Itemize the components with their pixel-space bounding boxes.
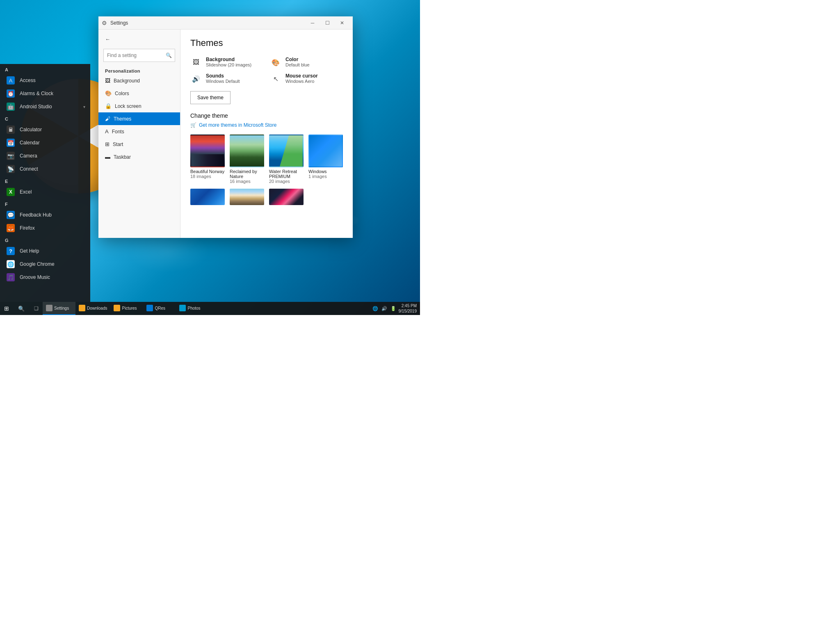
lock-screen-nav-icon: 🔒: [105, 103, 112, 109]
excel-label: Excel: [20, 189, 32, 195]
get-help-icon: ?: [7, 247, 15, 255]
personalization-section-label: Personalization: [98, 67, 180, 74]
taskbar-search-icon: 🔍: [18, 306, 25, 312]
theme-card-reclaimed[interactable]: Reclaimed by Nature 16 images: [230, 135, 264, 184]
battery-tray-icon: 🔋: [390, 306, 397, 311]
theme-card-flower[interactable]: [269, 189, 304, 205]
section-header-e: E: [0, 176, 90, 185]
chrome-label: Google Chrome: [20, 261, 55, 267]
task-view-button[interactable]: ❑: [30, 302, 43, 315]
nav-item-background[interactable]: 🖼 Background: [98, 74, 180, 87]
app-connect[interactable]: 📡 Connect: [0, 162, 90, 176]
taskbar-app-photos[interactable]: Photos: [176, 302, 209, 315]
windows-thumbnail: [308, 135, 343, 167]
nav-item-themes[interactable]: 🖌 Themes: [98, 112, 180, 125]
themes-nav-icon: 🖌: [105, 116, 110, 122]
color-icon: 🎨: [270, 57, 281, 68]
nav-item-taskbar[interactable]: ▬ Taskbar: [98, 151, 180, 163]
app-alarms-clock[interactable]: ⏰ Alarms & Clock: [0, 87, 90, 100]
theme-card-water-retreat[interactable]: Water Retreat PREMIUM 20 images: [269, 135, 304, 184]
section-header-a: A: [0, 64, 90, 74]
theme-card-windows[interactable]: Windows 1 images: [308, 135, 343, 184]
system-clock[interactable]: 2:45 PM 9/15/2019: [399, 303, 417, 314]
mouse-cursor-info: Mouse cursor Windows Aero: [285, 73, 318, 84]
section-header-c: C: [0, 113, 90, 123]
app-google-chrome[interactable]: 🌐 Google Chrome: [0, 258, 90, 271]
minimize-button[interactable]: ─: [305, 16, 320, 30]
change-theme-title: Change theme: [190, 112, 343, 119]
taskbar-search-button[interactable]: 🔍: [13, 302, 30, 315]
theme-card-blue2[interactable]: [190, 189, 225, 205]
mouse-cursor-value: Windows Aero: [285, 79, 318, 84]
app-android-studio[interactable]: 🤖 Android Studio ▾: [0, 100, 90, 113]
settings-gear-icon: ⚙: [102, 20, 107, 26]
app-firefox[interactable]: 🦊 Firefox: [0, 221, 90, 235]
water-retreat-count: 20 images: [269, 179, 304, 184]
theme-card-norway[interactable]: Beautiful Norway 18 images: [190, 135, 225, 184]
start-button[interactable]: ⊞: [0, 302, 13, 315]
app-excel[interactable]: X Excel: [0, 185, 90, 199]
taskbar-app-settings[interactable]: Settings: [43, 302, 75, 315]
close-button[interactable]: ✕: [335, 16, 349, 30]
pictures-taskbar-icon: [114, 305, 120, 311]
taskbar-nav-icon: ▬: [105, 154, 110, 160]
groove-music-icon: 🎵: [7, 273, 15, 281]
app-feedback-hub[interactable]: 💬 Feedback Hub: [0, 208, 90, 221]
norway-count: 18 images: [190, 174, 225, 179]
windows-theme-count: 1 images: [308, 174, 343, 179]
network-tray-icon: 🌐: [372, 306, 379, 311]
firefox-label: Firefox: [20, 225, 35, 231]
calculator-label: Calculator: [20, 127, 42, 132]
theme-sounds-item: 🔊 Sounds Windows Default: [190, 73, 263, 84]
settings-content: Themes 🖼 Background Slideshow (20 images…: [180, 30, 353, 238]
nav-search-input[interactable]: [103, 49, 175, 62]
start-menu: A A Access ⏰ Alarms & Clock 🤖 Android St…: [0, 64, 90, 302]
background-nav-label: Background: [114, 78, 140, 84]
nav-item-fonts[interactable]: A Fonts: [98, 125, 180, 138]
start-icon: ⊞: [4, 305, 9, 312]
sounds-icon: 🔊: [190, 73, 202, 84]
connect-label: Connect: [20, 166, 38, 172]
sounds-label: Sounds: [206, 73, 240, 79]
taskbar: ⊞ 🔍 ❑ Settings Downloads Pictures QRes: [0, 302, 420, 315]
nav-search-container: 🔍: [103, 49, 175, 62]
ms-store-link[interactable]: 🛒 Get more themes in Microsoft Store: [190, 122, 343, 128]
app-calendar[interactable]: 📅 Calendar: [0, 136, 90, 149]
tray-time: 2:45 PM: [399, 303, 417, 308]
save-theme-button[interactable]: Save theme: [190, 91, 231, 104]
window-title-text: Settings: [110, 20, 128, 26]
nav-item-colors[interactable]: 🎨 Colors: [98, 87, 180, 100]
qres-taskbar-icon: [146, 305, 153, 311]
nav-item-lock-screen[interactable]: 🔒 Lock screen: [98, 100, 180, 112]
app-calculator[interactable]: 🖩 Calculator: [0, 123, 90, 136]
camera-icon: 📷: [7, 152, 15, 160]
page-title: Themes: [190, 38, 343, 48]
settings-taskbar-icon: [46, 305, 52, 311]
section-header-f: F: [0, 199, 90, 208]
background-label: Background: [206, 57, 251, 62]
titlebar-left: ⚙ Settings: [102, 20, 128, 26]
maximize-button[interactable]: ☐: [320, 16, 335, 30]
back-arrow-icon: ←: [105, 36, 110, 42]
camera-label: Camera: [20, 153, 37, 159]
downloads-taskbar-icon: [79, 305, 85, 311]
taskbar-app-qres[interactable]: QRes: [143, 302, 176, 315]
app-get-help[interactable]: ? Get Help: [0, 244, 90, 258]
settings-window: ⚙ Settings ─ ☐ ✕ ← 🔍 Personalization: [98, 16, 353, 238]
nav-item-start[interactable]: ⊞ Start: [98, 138, 180, 151]
qres-taskbar-label: QRes: [155, 306, 165, 310]
app-access[interactable]: A Access: [0, 74, 90, 87]
themes-grid: Beautiful Norway 18 images Reclaimed by …: [190, 135, 343, 184]
nav-search-icon: 🔍: [166, 52, 172, 58]
sounds-value: Windows Default: [206, 79, 240, 84]
taskbar-app-pictures[interactable]: Pictures: [110, 302, 143, 315]
theme-card-landscape[interactable]: [230, 189, 264, 205]
ms-store-icon: 🛒: [190, 122, 196, 128]
get-help-label: Get Help: [20, 248, 39, 254]
nav-back-button[interactable]: ←: [98, 33, 180, 46]
app-groove-music[interactable]: 🎵 Groove Music: [0, 271, 90, 284]
taskbar-app-downloads[interactable]: Downloads: [75, 302, 110, 315]
photos-taskbar-icon: [179, 305, 186, 311]
colors-nav-label: Colors: [115, 91, 129, 96]
app-camera[interactable]: 📷 Camera: [0, 149, 90, 162]
